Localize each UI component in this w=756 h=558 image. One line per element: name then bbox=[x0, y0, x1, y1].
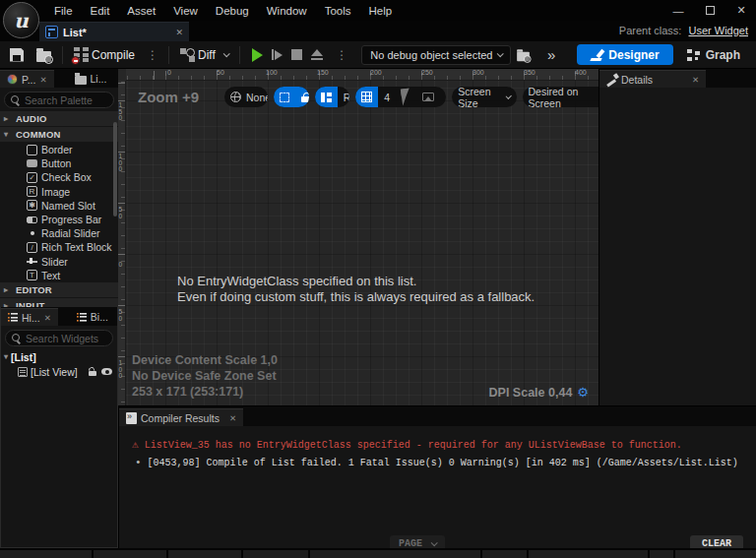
close-icon[interactable]: ✕ bbox=[39, 75, 46, 85]
menu-view[interactable]: View bbox=[164, 2, 207, 20]
parent-class-link[interactable]: User Widget bbox=[688, 25, 748, 36]
eject-button[interactable] bbox=[311, 49, 323, 61]
border-icon bbox=[27, 145, 37, 155]
compile-button[interactable]: Compile bbox=[74, 47, 138, 62]
close-icon[interactable]: ✕ bbox=[732, 4, 750, 17]
close-icon[interactable]: ✕ bbox=[44, 313, 51, 323]
play-options-icon[interactable]: ⋮ bbox=[336, 48, 347, 62]
browse-to-asset-icon[interactable] bbox=[36, 48, 51, 62]
lock-open-icon[interactable] bbox=[89, 367, 96, 376]
palette-category-editor[interactable]: ▸ EDITOR bbox=[0, 282, 118, 297]
diff-button[interactable]: Diff bbox=[180, 48, 228, 62]
canvas-info-overlay: Device Content Scale 1,0 No Device Safe … bbox=[132, 352, 278, 400]
listview-warning-message: No EntryWidgetClass specified on this li… bbox=[177, 274, 535, 305]
menu-asset[interactable]: Asset bbox=[118, 2, 164, 20]
designer-viewport[interactable]: 0 50 100 150 200 250 300 350 400 150 100… bbox=[118, 69, 598, 405]
palette-category-audio[interactable]: ▸ AUDIO bbox=[0, 111, 118, 126]
viewport-toolbar: None R 4 bbox=[224, 87, 611, 107]
palette-item-border[interactable]: Border bbox=[0, 143, 118, 156]
tab-bind-widgets[interactable]: Bi... bbox=[70, 308, 115, 326]
visibility-eye-icon[interactable] bbox=[101, 368, 112, 375]
menu-debug[interactable]: Debug bbox=[207, 2, 258, 20]
design-canvas[interactable]: Zoom +9 None R 4 bbox=[126, 81, 598, 405]
palette-item-progress-bar[interactable]: Progress Bar bbox=[0, 213, 118, 226]
menu-help[interactable]: Help bbox=[360, 2, 402, 20]
tab-hierarchy[interactable]: Hi... ✕ bbox=[1, 308, 58, 326]
snap-grid-button[interactable] bbox=[355, 87, 378, 107]
hierarchy-search-input[interactable] bbox=[26, 333, 106, 344]
debug-object-dropdown[interactable]: No debug object selected bbox=[361, 45, 511, 65]
close-icon[interactable]: ✕ bbox=[229, 413, 236, 423]
parent-class-info: Parent class: User Widget bbox=[619, 25, 748, 36]
lock-widgets-button[interactable] bbox=[295, 87, 309, 107]
gear-icon[interactable]: ⚙ bbox=[577, 385, 589, 400]
select-mode-button[interactable] bbox=[274, 87, 295, 107]
menu-tools[interactable]: Tools bbox=[316, 2, 360, 20]
doc-tab-title: List* bbox=[63, 27, 171, 38]
dpi-scale-label: DPI Scale 0,44 bbox=[489, 386, 573, 400]
titlebar: u File Edit Asset View Debug Window Tool… bbox=[0, 0, 756, 21]
maximize-icon[interactable] bbox=[701, 5, 719, 17]
bottom-edge-strip bbox=[0, 548, 756, 558]
palette-item-image[interactable]: RImage bbox=[0, 185, 118, 199]
screen-size-dropdown[interactable]: Screen Size bbox=[452, 87, 516, 107]
palette-scrollbar[interactable] bbox=[113, 122, 117, 217]
debug-browse-icon[interactable] bbox=[516, 48, 531, 62]
tree-row-root-list[interactable]: ▾ [List] bbox=[1, 349, 117, 364]
compiler-log: ⚠ ListView_35 has no EntryWidgetClass sp… bbox=[119, 439, 756, 558]
save-icon[interactable] bbox=[10, 48, 24, 62]
menu-file[interactable]: File bbox=[45, 2, 82, 20]
palette-search-input[interactable] bbox=[25, 94, 107, 106]
vertical-ruler: 150 100 50 0 50 100 bbox=[118, 81, 126, 405]
stop-button[interactable] bbox=[291, 49, 302, 60]
palette-item-radial-slider[interactable]: Radial Slider bbox=[0, 226, 118, 240]
palette-item-button[interactable]: Button bbox=[0, 156, 118, 170]
palette-item-named-slot[interactable]: ✱Named Slot bbox=[0, 199, 118, 213]
palette-category-common[interactable]: ▾ COMMON bbox=[0, 127, 118, 142]
hierarchy-tabstrip: Hi... ✕ Bi... bbox=[1, 307, 117, 326]
resolution-readout: 253 x 171 (253:171) bbox=[132, 384, 278, 400]
close-icon[interactable]: ✕ bbox=[175, 28, 183, 37]
frame-skip-button[interactable] bbox=[272, 49, 284, 60]
tab-library[interactable]: Li... bbox=[68, 70, 114, 88]
globe-icon bbox=[230, 92, 241, 102]
grid-size-value[interactable]: 4 bbox=[378, 87, 396, 107]
menu-edit[interactable]: Edit bbox=[82, 2, 119, 20]
palette-item-text[interactable]: TText bbox=[0, 269, 118, 282]
lock-icon bbox=[301, 93, 309, 102]
localization-preview-button[interactable]: None bbox=[224, 87, 268, 107]
chevron-down-icon bbox=[506, 93, 512, 99]
warning-icon: ⚠ bbox=[132, 439, 139, 452]
unreal-logo-icon: u bbox=[3, 2, 39, 38]
tree-row-list-view[interactable]: [List View] bbox=[1, 364, 117, 379]
search-icon bbox=[12, 334, 21, 342]
show-outlines-button[interactable] bbox=[315, 87, 338, 107]
close-icon[interactable]: ✕ bbox=[692, 75, 699, 85]
compile-options-icon[interactable]: ⋮ bbox=[147, 48, 158, 62]
marquee-select-icon bbox=[280, 93, 289, 102]
palette-item-checkbox[interactable]: ✓Check Box bbox=[0, 170, 118, 184]
hierarchy-icon bbox=[8, 313, 18, 322]
tab-palette[interactable]: P... ✕ bbox=[0, 70, 54, 88]
toolbar-overflow-icon[interactable]: » bbox=[547, 46, 555, 63]
menu-window[interactable]: Window bbox=[258, 2, 316, 20]
palette-item-rich-text-block[interactable]: /Rich Text Block bbox=[0, 240, 118, 254]
flip-preview-button[interactable] bbox=[440, 87, 446, 107]
drag-select-button[interactable] bbox=[396, 87, 416, 107]
compiler-info-row[interactable]: • [0453,98] Compile of List failed. 1 Fa… bbox=[119, 457, 756, 470]
graph-mode-button[interactable]: Graph bbox=[687, 48, 740, 62]
palette-panel: P... ✕ Li... ▸ AUDIO ▾ COMMON Border bbox=[0, 69, 118, 306]
tab-compiler-results[interactable]: Compiler Results ✕ bbox=[119, 408, 243, 426]
respect-locks-button[interactable]: R bbox=[338, 87, 349, 107]
compiler-error-row[interactable]: ⚠ ListView_35 has no EntryWidgetClass sp… bbox=[119, 439, 756, 453]
parent-class-label: Parent class: bbox=[619, 25, 682, 36]
chevron-down-icon bbox=[222, 50, 229, 57]
radial-slider-icon bbox=[27, 228, 37, 239]
play-button[interactable] bbox=[252, 48, 263, 62]
preview-background-button[interactable] bbox=[416, 87, 440, 107]
minimize-icon[interactable]: — bbox=[669, 5, 687, 17]
designer-mode-button[interactable]: Designer bbox=[577, 44, 672, 65]
tab-details[interactable]: Details ✕ bbox=[599, 70, 706, 88]
palette-item-slider[interactable]: Slider bbox=[0, 255, 118, 269]
tab-list-asset[interactable]: List* ✕ bbox=[39, 22, 189, 41]
